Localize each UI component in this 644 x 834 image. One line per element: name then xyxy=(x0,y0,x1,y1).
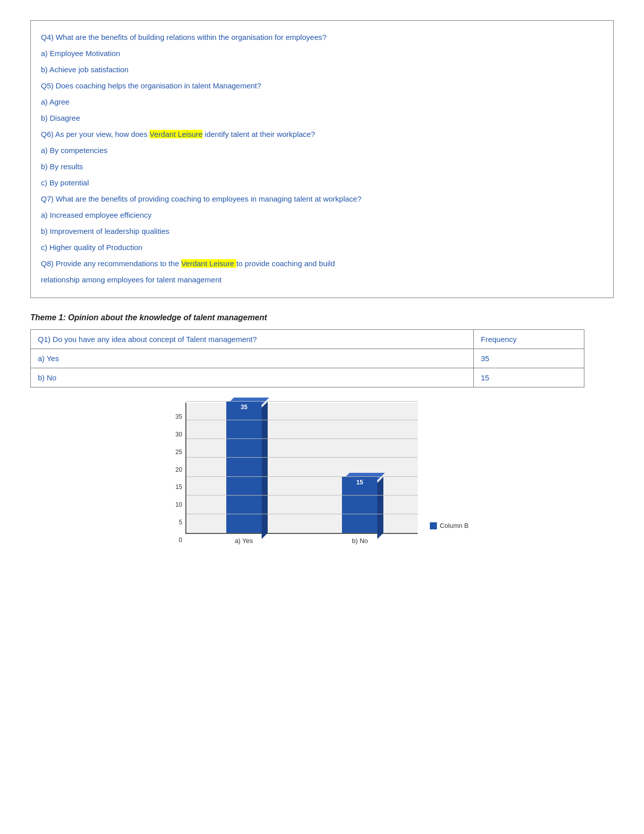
bar-group: 15 xyxy=(342,477,377,533)
chart-legend: Column B xyxy=(430,522,469,529)
y-axis-label: 5 xyxy=(175,519,182,526)
y-axis-label: 10 xyxy=(175,501,182,508)
table-row: b) No 15 xyxy=(31,368,584,387)
q4b-text: b) Achieve job satisfaction xyxy=(41,62,603,77)
y-axis-label: 15 xyxy=(175,483,182,490)
bar-3d: 15 xyxy=(342,477,377,533)
y-axis-label: 0 xyxy=(175,536,182,544)
y-axis: 05101520253035 xyxy=(175,413,182,545)
grid-line xyxy=(186,420,418,420)
legend-item: Column B xyxy=(430,522,469,529)
q6b-text: b) By results xyxy=(41,159,603,174)
table-cell-no-value: 15 xyxy=(474,368,584,387)
legend-label: Column B xyxy=(440,522,469,529)
q6c-text: c) By potential xyxy=(41,175,603,190)
q7a-text: a) Increased employee efficiency xyxy=(41,208,603,223)
grid-line xyxy=(186,438,418,439)
table-row: a) Yes 35 xyxy=(31,349,584,368)
table-header-frequency: Frequency xyxy=(474,330,584,349)
table-cell-yes-value: 35 xyxy=(474,349,584,368)
q7-text: Q7) What are the benefits of providing c… xyxy=(41,191,603,207)
q7b-text: b) Improvement of leadership qualities xyxy=(41,224,603,239)
table-header-row: Q1) Do you have any idea about concept o… xyxy=(31,330,584,349)
q8-prefix: Q8) Provide any recommendations to the xyxy=(41,259,181,268)
bar-side xyxy=(377,477,383,539)
q6a-text: a) By competencies xyxy=(41,143,603,158)
legend-color-box xyxy=(430,522,437,529)
table-header-question: Q1) Do you have any idea about concept o… xyxy=(31,330,474,349)
q6-prefix: Q6) As per your view, how does xyxy=(41,130,150,138)
q5-text: Q5) Does coaching helps the organisation… xyxy=(41,78,603,93)
q8-line1: Q8) Provide any recommendations to the V… xyxy=(41,256,603,271)
q5b-text: b) Disagree xyxy=(41,111,603,126)
x-axis-label: b) No xyxy=(352,537,368,545)
q8-line2: relationship among employees for talent … xyxy=(41,272,603,287)
x-axis-label: a) Yes xyxy=(235,537,253,545)
grid-line xyxy=(186,401,418,402)
y-axis-label: 35 xyxy=(175,413,182,420)
q6-brand: Verdant Leisure xyxy=(150,130,203,138)
q8-suffix: to provide coaching and build xyxy=(236,259,335,268)
grid-line xyxy=(186,514,418,514)
bar-chart: 05101520253035 3515 a) Yesb) No Column B xyxy=(133,403,512,545)
q4a-text: a) Employee Motivation xyxy=(41,46,603,61)
grid-line xyxy=(186,495,418,496)
bar-side xyxy=(262,402,268,539)
chart-plot-area: 3515 xyxy=(185,403,418,534)
table-cell-yes-label: a) Yes xyxy=(31,349,474,368)
bar-front: 15 xyxy=(342,477,377,533)
q5a-text: a) Agree xyxy=(41,94,603,110)
grid-line xyxy=(186,457,418,458)
table-cell-no-label: b) No xyxy=(31,368,474,387)
q6-line: Q6) As per your view, how does Verdant L… xyxy=(41,127,603,142)
q7c-text: c) Higher quality of Production xyxy=(41,240,603,255)
grid-line xyxy=(186,476,418,477)
y-axis-label: 20 xyxy=(175,466,182,473)
q4-text: Q4) What are the benefits of building re… xyxy=(41,30,603,45)
question-box: Q4) What are the benefits of building re… xyxy=(30,20,614,298)
frequency-table: Q1) Do you have any idea about concept o… xyxy=(30,329,584,387)
theme-title: Theme 1: Opinion about the knowledge of … xyxy=(30,313,614,322)
y-axis-label: 30 xyxy=(175,431,182,438)
q8-brand: Verdant Leisure xyxy=(181,259,236,268)
y-axis-label: 25 xyxy=(175,449,182,456)
q6-suffix: identify talent at their workplace? xyxy=(203,130,315,138)
